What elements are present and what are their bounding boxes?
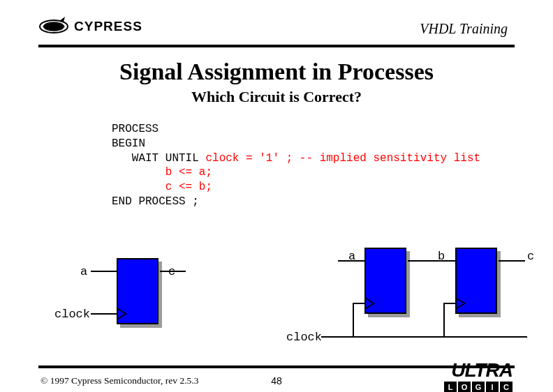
ultra-box-o: O (458, 382, 471, 392)
label-a-right: a (348, 250, 355, 263)
ultra-box-l: L (444, 382, 457, 392)
ultra-box-c: C (500, 382, 513, 392)
label-a-left: a (80, 265, 87, 278)
course-title: VHDL Training (420, 21, 508, 37)
clock-triangle-icon (366, 298, 375, 309)
code-line-3-comment: -- implied sensitivity list (300, 152, 480, 165)
code-line-5: c <= b; (112, 181, 212, 193)
ultra-box-g: G (472, 382, 485, 392)
wire-clock-stub2v (443, 303, 445, 338)
cypress-swirl-icon (38, 14, 69, 39)
label-clock-left: clock (54, 308, 90, 321)
cypress-brand-text: CYPRESS (74, 19, 142, 33)
header-divider (38, 45, 515, 47)
wire-clock-left (91, 313, 117, 315)
circuit-diagram: a c clock a b c clock (0, 244, 553, 356)
label-c-left: c (168, 265, 175, 278)
ultra-logo: ULTRA LOGIC (387, 361, 513, 389)
wire-clock-stub1h (353, 303, 364, 304)
ultra-logic-boxes: LOGIC (387, 380, 513, 392)
wire-c-out-r (499, 260, 525, 262)
code-line-6: END PROCESS ; (112, 195, 199, 208)
label-b-right: b (438, 250, 445, 263)
code-line-3-kw: WAIT UNTIL (112, 152, 205, 165)
ultra-text: ULTRA (387, 361, 513, 379)
ultra-box-i: I (486, 382, 499, 392)
code-line-2: BEGIN (112, 137, 145, 150)
wire-b-mid (408, 260, 455, 262)
wire-clock-stub2h (443, 303, 455, 304)
label-clock-right: clock (286, 331, 322, 344)
wire-a-in (91, 271, 117, 272)
slide-subtitle: Which Circuit is Correct? (0, 88, 553, 106)
label-c-right: c (527, 250, 534, 263)
slide-header: CYPRESS VHDL Training (38, 14, 515, 47)
code-line-1: PROCESS (112, 123, 158, 135)
code-line-4: b <= a; (112, 166, 212, 179)
clock-triangle-icon (457, 298, 466, 309)
clock-triangle-icon (118, 308, 127, 319)
code-line-3-expr: clock = '1' ; (205, 152, 299, 165)
cypress-logo: CYPRESS (38, 14, 150, 42)
slide-title: Signal Assignment in Processes (0, 59, 553, 85)
vhdl-code: PROCESS BEGIN WAIT UNTIL clock = '1' ; -… (112, 122, 480, 209)
wire-clock-stub1v (353, 303, 354, 338)
